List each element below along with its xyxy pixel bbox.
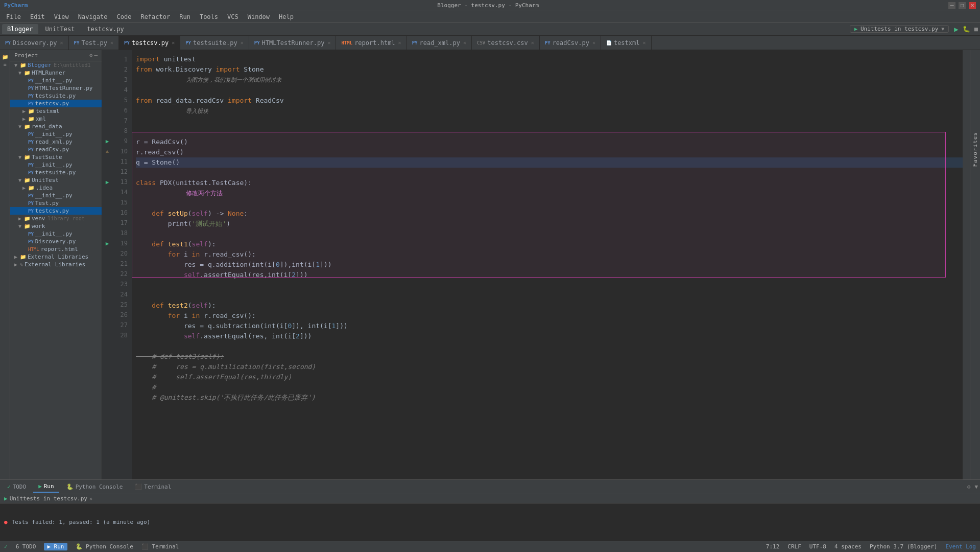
- tab-run[interactable]: ▶ Run: [33, 481, 59, 493]
- run-button[interactable]: ▶: [954, 25, 958, 33]
- gutter-28: [102, 330, 112, 340]
- tree-external-libs[interactable]: ▶ 📁 External Libraries: [10, 253, 102, 261]
- tree-tsetsuite-init[interactable]: PY __init__.py: [10, 161, 102, 169]
- structure-icon[interactable]: ≡: [3, 62, 6, 67]
- tab-todo[interactable]: ✓ TODO: [2, 481, 31, 492]
- tab-htmltestrunner[interactable]: PY HTMLTestRunner.py ✕: [249, 36, 337, 50]
- project-panel-gear[interactable]: ⚙: [89, 52, 93, 59]
- right-scrollbar[interactable]: [963, 50, 970, 479]
- tree-work[interactable]: ▼ 📁 work: [10, 222, 102, 230]
- annotation-line3: 导入模块: [186, 106, 208, 117]
- event-log[interactable]: Event Log: [945, 543, 976, 550]
- gutter-12: [102, 167, 112, 177]
- tab-close-testcsv[interactable]: ✕: [172, 40, 175, 45]
- tree-testsuite-htmlrunner[interactable]: PY testsuite.py: [10, 92, 102, 100]
- menu-vcs[interactable]: VCS: [223, 12, 243, 21]
- tree-testcsv-htmlrunner[interactable]: PY testcsv.py: [10, 100, 102, 107]
- python-version[interactable]: Python 3.7 (Blogger): [870, 543, 937, 550]
- tree-idea[interactable]: ▶ 📁 .idea: [10, 184, 102, 192]
- tree-readdata[interactable]: ▼ 📁 read_data: [10, 123, 102, 130]
- status-run-button[interactable]: ▶ Run: [44, 543, 67, 550]
- tab-close-test[interactable]: ✕: [110, 40, 113, 45]
- menu-help[interactable]: Help: [275, 12, 298, 21]
- tree-report-html[interactable]: HTML report.html: [10, 245, 102, 253]
- tab-testcsv-csv[interactable]: CSV testcsv.csv ✕: [472, 36, 540, 50]
- tree-unittest[interactable]: ▼ 📁 UnitTest: [10, 176, 102, 184]
- tab-discovery[interactable]: PY Discovery.py ✕: [0, 36, 69, 50]
- gutter-9[interactable]: ▶: [102, 136, 112, 146]
- run-config-selector[interactable]: ▶ Unittests in testcsv.py ▼: [850, 25, 949, 33]
- tab-terminal[interactable]: ⬛ Terminal: [130, 481, 176, 492]
- tree-xml-folder[interactable]: ▶ 📁 xml: [10, 115, 102, 123]
- tab-readcsv[interactable]: PY readCsv.py ✕: [540, 36, 601, 50]
- minimize-button[interactable]: ─: [948, 2, 955, 9]
- debug-button[interactable]: 🐛: [963, 26, 970, 33]
- gutter-23: [102, 279, 112, 289]
- menu-tools[interactable]: Tools: [196, 12, 222, 21]
- status-python-console[interactable]: 🐍 Python Console: [76, 543, 133, 550]
- tree-tsetsuite[interactable]: ▼ 📁 TsetSuite: [10, 153, 102, 161]
- tree-htmlrunner-init[interactable]: PY __init__.py: [10, 77, 102, 84]
- tree-unittest-init[interactable]: PY __init__.py: [10, 192, 102, 199]
- tree-readxml[interactable]: PY read_xml.py: [10, 138, 102, 146]
- main-layout: 📁 ≡ Project ⚙ ─ ▼ 📁 Blogger E:\untitled1…: [0, 50, 980, 479]
- gutter-11: [102, 156, 112, 167]
- editor-area: ▶ ⚠ ▶ ▶: [102, 50, 970, 479]
- project-tab-testcsv[interactable]: testcsv.py: [82, 24, 129, 34]
- tree-readcsv[interactable]: PY readCsv.py: [10, 146, 102, 153]
- tab-close-testcsv-csv[interactable]: ✕: [531, 40, 534, 45]
- tree-testcsv-unittest[interactable]: PY testcsv.py: [10, 207, 102, 215]
- stop-button[interactable]: ■: [974, 26, 978, 33]
- panel-settings-button[interactable]: ⚙: [967, 484, 971, 490]
- close-button[interactable]: ✕: [969, 2, 976, 9]
- menu-window[interactable]: Window: [244, 12, 274, 21]
- project-tab-blogger[interactable]: Blogger: [2, 24, 38, 34]
- tab-close-htmltestrunner[interactable]: ✕: [327, 40, 330, 45]
- status-terminal[interactable]: ⬛ Terminal: [141, 543, 179, 550]
- tab-testxml[interactable]: 📄 testxml ✕: [601, 36, 652, 50]
- menu-file[interactable]: File: [2, 12, 25, 21]
- panel-hide-button[interactable]: ▼: [974, 484, 978, 490]
- menu-run[interactable]: Run: [175, 12, 195, 21]
- tab-close-report[interactable]: ✕: [398, 40, 401, 45]
- tree-venv[interactable]: ▶ 📁 venv library root: [10, 215, 102, 222]
- project-icon[interactable]: 📁: [2, 54, 8, 60]
- tab-test[interactable]: PY Test.py ✕: [69, 36, 119, 50]
- gutter-13[interactable]: ▶: [102, 177, 112, 187]
- tab-close-readxml[interactable]: ✕: [463, 40, 466, 45]
- tab-python-console[interactable]: 🐍 Python Console: [61, 481, 128, 492]
- tree-work-init[interactable]: PY __init__.py: [10, 230, 102, 238]
- project-tab-unittest[interactable]: UnitTest: [40, 24, 80, 34]
- favorites-label[interactable]: Favorites: [972, 132, 978, 167]
- menu-navigate[interactable]: Navigate: [74, 12, 112, 21]
- project-panel-collapse[interactable]: ─: [94, 52, 98, 59]
- tab-close-testxml[interactable]: ✕: [642, 40, 646, 45]
- tree-htmlrunner[interactable]: ▼ 📁 HTMLRunner: [10, 69, 102, 77]
- tree-testxml-folder[interactable]: ▶ 📁 testxml: [10, 107, 102, 115]
- gutter-19[interactable]: ▶: [102, 238, 112, 248]
- tree-discovery[interactable]: PY Discovery.py: [10, 238, 102, 245]
- tree-htmltestrunner[interactable]: PY HTMLTestRunner.py: [10, 84, 102, 92]
- menu-code[interactable]: Code: [113, 12, 136, 21]
- tab-readxml[interactable]: PY read_xml.py ✕: [407, 36, 472, 50]
- menu-view[interactable]: View: [50, 12, 73, 21]
- tree-root[interactable]: ▼ 📁 Blogger E:\untitled1: [10, 61, 102, 69]
- tree-tsetsuite-testsuite[interactable]: PY testsuite.py: [10, 169, 102, 176]
- run-sub-close[interactable]: ✕: [89, 496, 92, 501]
- tab-close-readcsv[interactable]: ✕: [592, 40, 595, 45]
- tab-testcsv[interactable]: PY testcsv.py ✕: [119, 36, 180, 50]
- code-line-12: [136, 229, 963, 239]
- tab-close-discovery[interactable]: ✕: [60, 40, 63, 45]
- tree-testpy[interactable]: PY Test.py: [10, 199, 102, 207]
- maximize-button[interactable]: □: [959, 2, 966, 9]
- code-line-17: [136, 280, 963, 290]
- tree-scratches[interactable]: ▶ ✎ External Libraries: [10, 261, 102, 268]
- tree-readdata-init[interactable]: PY __init__.py: [10, 130, 102, 138]
- tab-close-testsuite[interactable]: ✕: [241, 40, 244, 45]
- tab-report[interactable]: HTML report.html ✕: [336, 36, 407, 50]
- menu-edit[interactable]: Edit: [26, 12, 49, 21]
- tab-testsuite[interactable]: PY testsuite.py ✕: [180, 36, 249, 50]
- code-line-21: res = q.subtraction(int(i[0]), int(i[1])…: [136, 321, 963, 331]
- menu-refactor[interactable]: Refactor: [136, 12, 174, 21]
- code-editor[interactable]: import unittest from work.Discovery impo…: [132, 50, 963, 479]
